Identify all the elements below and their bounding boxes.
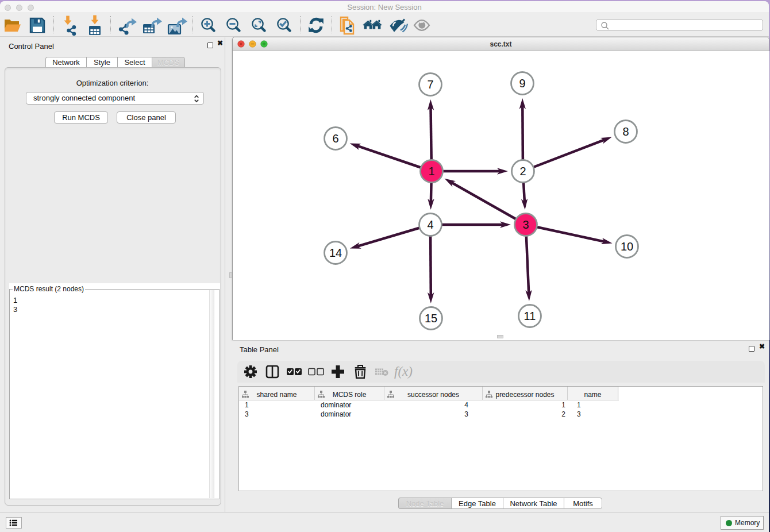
svg-text:7: 7 <box>427 78 433 91</box>
svg-text:15: 15 <box>425 312 437 325</box>
svg-text:8: 8 <box>622 125 629 138</box>
svg-text:3: 3 <box>522 218 529 231</box>
svg-text:2: 2 <box>519 165 526 178</box>
svg-text:14: 14 <box>329 246 342 259</box>
svg-text:f(x): f(x) <box>394 364 413 379</box>
svg-text:9: 9 <box>519 77 525 90</box>
svg-text:6: 6 <box>332 132 338 145</box>
svg-text:10: 10 <box>621 240 633 253</box>
svg-text:1: 1 <box>428 165 434 178</box>
svg-text:11: 11 <box>524 310 536 322</box>
svg-text:4: 4 <box>427 218 433 231</box>
